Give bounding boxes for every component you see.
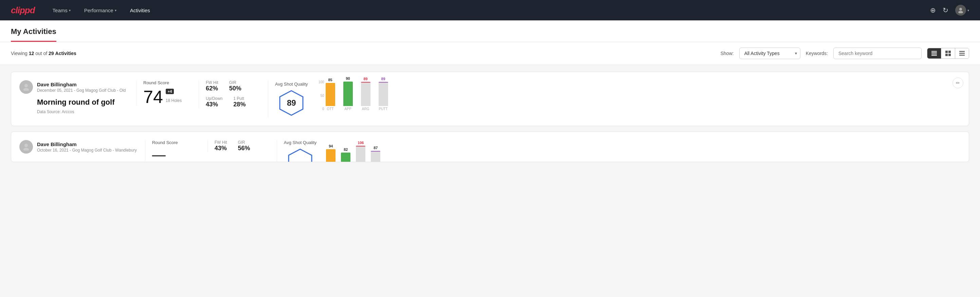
viewing-count: 12 <box>29 51 34 56</box>
bar-value-ott-2: 94 <box>329 144 333 148</box>
score-label-2: Round Score <box>152 140 192 145</box>
logo[interactable]: clippd <box>11 5 35 16</box>
avatar-2 <box>19 140 33 153</box>
nav-label-activities: Activities <box>130 8 150 13</box>
stats-row-2: Up/Down 43% 1 Putt 28% <box>206 96 253 108</box>
activity-type-select[interactable]: All Activity Types <box>739 48 800 59</box>
card-left-2: Dave Billingham October 16, 2021 - Gog M… <box>19 140 137 158</box>
user-date: December 05, 2021 - Gog Magog Golf Club … <box>37 88 126 93</box>
bar-app <box>343 81 353 106</box>
bar-label-putt: PUTT <box>379 107 388 111</box>
page-title: My Activities <box>11 21 56 42</box>
activity-card: ✏ Dave Billingham December 05, 2021 - Go… <box>11 72 969 126</box>
quality-section-2: Avg Shot Quality 94 82 <box>277 140 961 162</box>
nav-item-teams[interactable]: Teams ▾ <box>51 0 72 21</box>
avatar <box>955 5 966 16</box>
bar-ott-2 <box>326 149 336 163</box>
card-left: Dave Billingham December 05, 2021 - Gog … <box>19 80 128 114</box>
add-button[interactable]: ⊕ <box>930 6 936 14</box>
list-compact-view-button[interactable] <box>928 48 941 59</box>
quality-left-2: Avg Shot Quality <box>284 140 317 162</box>
bar-label-arg: ARG <box>362 107 369 111</box>
page-header: My Activities <box>0 21 980 42</box>
stat-updown: Up/Down 43% <box>206 96 223 108</box>
score-label: Round Score <box>143 80 184 85</box>
data-source: Data Source: Arccos <box>37 109 128 114</box>
nav-label-teams: Teams <box>52 8 68 13</box>
svg-rect-9 <box>948 54 951 56</box>
user-name-2: Dave Billingham <box>37 141 137 147</box>
user-info: Dave Billingham December 05, 2021 - Gog … <box>37 81 126 93</box>
hexagon: 89 <box>278 89 305 117</box>
user-name: Dave Billingham <box>37 81 126 87</box>
stat-value: 62% <box>206 85 218 92</box>
viewing-suffix: Activities <box>55 51 76 56</box>
refresh-button[interactable]: ↻ <box>943 6 948 14</box>
bar-arg <box>361 82 371 106</box>
bar-value-app: 90 <box>346 77 350 81</box>
svg-rect-10 <box>959 51 965 52</box>
svg-point-0 <box>959 8 962 11</box>
quality-label-2: Avg Shot Quality <box>284 140 317 145</box>
bar-group-ott-2: 94 <box>326 144 336 163</box>
stat-value: 28% <box>233 101 245 108</box>
svg-point-16 <box>24 144 28 147</box>
svg-rect-2 <box>931 51 937 52</box>
bar-value-arg: 89 <box>363 77 368 81</box>
bar-putt-2 <box>371 151 380 163</box>
score-holes: 18 Holes <box>166 98 182 104</box>
stats-row-1: FW Hit 62% GIR 50% <box>206 80 253 92</box>
stat-label-2: FW Hit <box>215 140 227 145</box>
svg-rect-12 <box>959 55 965 56</box>
y-axis: 100 50 0 <box>315 80 324 111</box>
user-date-2: October 16, 2021 - Gog Magog Golf Club -… <box>37 148 137 153</box>
activity-title: Morning round of golf <box>37 98 128 107</box>
stat-label-2b: GIR <box>238 140 250 145</box>
svg-rect-11 <box>959 53 965 54</box>
score-number-2: — <box>152 148 166 161</box>
nav-item-performance[interactable]: Performance ▾ <box>83 0 118 21</box>
edit-button[interactable]: ✏ <box>953 77 963 88</box>
user-info-2: Dave Billingham October 16, 2021 - Gog M… <box>37 141 137 153</box>
card-user-2: Dave Billingham October 16, 2021 - Gog M… <box>19 140 137 153</box>
score-number: 74 <box>143 88 163 106</box>
nav-label-performance: Performance <box>84 8 113 13</box>
bar-group-app-2: 82 <box>341 147 350 163</box>
list-view-button[interactable] <box>955 48 969 59</box>
score-main: 74 +4 18 Holes <box>143 88 184 106</box>
activity-type-select-wrapper: All Activity Types ▾ <box>739 48 800 59</box>
bar-group-putt: 89 PUTT <box>379 77 388 111</box>
hexagon-wrapper-2 <box>284 148 317 162</box>
nav-right: ⊕ ↻ ▾ <box>930 5 969 16</box>
y-label-0: 0 <box>322 107 324 111</box>
quality-label: Avg Shot Quality <box>275 81 308 87</box>
bar-group-app: 90 APP <box>343 77 353 111</box>
stat-value-2b: 56% <box>238 145 250 152</box>
stat-label: 1 Putt <box>233 96 245 101</box>
navbar: clippd Teams ▾ Performance ▾ Activities … <box>0 0 980 21</box>
search-input[interactable] <box>833 48 921 59</box>
bar-group-ott: 85 OTT <box>326 78 335 111</box>
hexagon-2 <box>286 148 314 162</box>
grid-view-button[interactable] <box>941 48 955 59</box>
bar-app-2 <box>341 153 350 163</box>
stat-label: Up/Down <box>206 96 223 101</box>
bar-label-app: APP <box>345 107 352 111</box>
stat-gir-2: GIR 56% <box>238 140 250 152</box>
nav-item-activities[interactable]: Activities <box>129 0 151 21</box>
bar-group-arg: 89 ARG <box>361 77 371 111</box>
avatar <box>19 80 33 94</box>
stat-value-2: 43% <box>215 145 227 152</box>
svg-rect-5 <box>931 55 937 56</box>
user-avatar-button[interactable]: ▾ <box>955 5 969 16</box>
stat-label: FW Hit <box>206 80 218 85</box>
stats-section: FW Hit 62% GIR 50% Up/Down 43% 1 Putt 28… <box>199 80 260 108</box>
bar-chart: 100 50 0 85 OTT 90 APP <box>315 80 954 118</box>
score-badge: +4 <box>166 89 174 94</box>
svg-rect-8 <box>945 54 948 56</box>
chart-area: 100 50 0 85 OTT 90 APP <box>315 80 954 118</box>
keywords-label: Keywords: <box>806 51 828 56</box>
stat-gir: GIR 50% <box>229 80 242 92</box>
stat-value: 50% <box>229 85 242 92</box>
bar-label-ott: OTT <box>327 107 334 111</box>
